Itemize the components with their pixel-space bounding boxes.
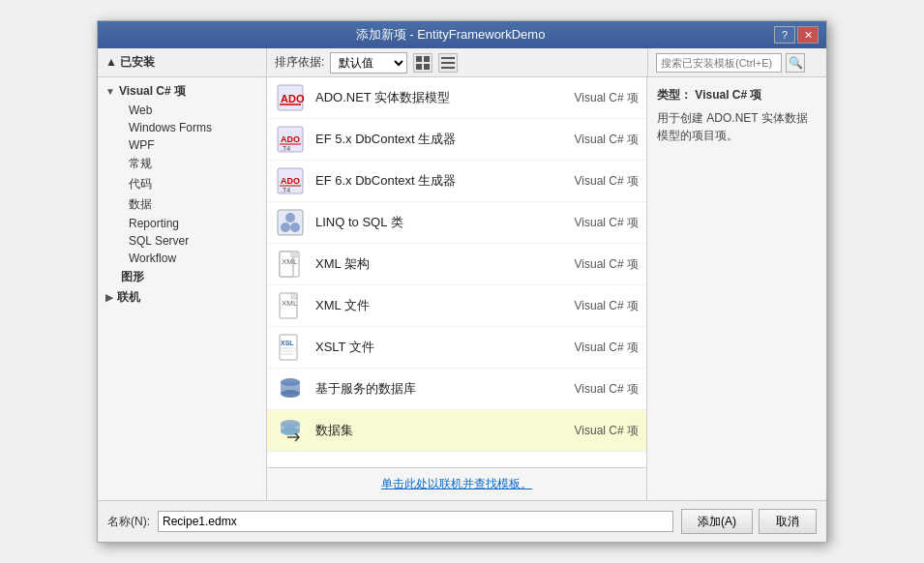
title-bar: 添加新项 - EntityFrameworkDemo ? ✕	[98, 21, 826, 48]
ef6-icon: ADO .T4	[275, 165, 306, 196]
expand-arrow: ▼	[105, 86, 115, 97]
svg-point-18	[290, 222, 300, 232]
add-new-item-dialog: 添加新项 - EntityFrameworkDemo ? ✕ ▲ 已安装 排序依…	[97, 20, 827, 543]
svg-rect-2	[416, 64, 422, 70]
xml-schema-icon: XML	[275, 249, 306, 280]
svg-point-33	[281, 390, 300, 398]
tree-item-web[interactable]: Web	[98, 102, 266, 119]
svg-text:ADO: ADO	[281, 176, 300, 186]
item-name: XML 文件	[315, 297, 551, 314]
tree-item-reporting[interactable]: Reporting	[98, 215, 266, 232]
svg-rect-4	[441, 57, 455, 59]
list-item[interactable]: LINQ to SQL 类 Visual C# 项	[267, 202, 646, 244]
item-name: 基于服务的数据库	[315, 380, 551, 398]
type-value: Visual C# 项	[695, 88, 761, 102]
linq-icon	[275, 207, 306, 238]
tree-item-common[interactable]: 常规	[98, 154, 266, 174]
dataset-icon	[275, 415, 306, 446]
search-button[interactable]: 🔍	[786, 53, 805, 73]
list-item[interactable]: ADO ADO.NET 实体数据模型 Visual C# 项	[267, 77, 646, 119]
item-name: ADO.NET 实体数据模型	[315, 89, 551, 106]
svg-rect-1	[424, 56, 430, 62]
svg-rect-6	[441, 67, 455, 69]
sort-select[interactable]: 默认值 名称 类型	[330, 52, 407, 74]
online-link-area: 单击此处以联机并查找模板。	[267, 467, 646, 500]
ado-icon: ADO	[275, 82, 306, 113]
item-name: 数据集	[315, 422, 551, 439]
online-templates-link[interactable]: 单击此处以联机并查找模板。	[381, 477, 532, 490]
installed-header: ▲ 已安装	[98, 48, 267, 76]
add-button[interactable]: 添加(A)	[681, 509, 753, 534]
svg-rect-5	[441, 62, 455, 64]
svg-rect-25	[291, 293, 297, 299]
name-label: 名称(N):	[107, 514, 150, 530]
list-item[interactable]: XML XML 文件 Visual C# 项	[267, 285, 646, 327]
type-prefix: 类型：	[657, 88, 692, 102]
item-name: EF 6.x DbContext 生成器	[315, 172, 551, 190]
title-bar-controls: ? ✕	[774, 26, 819, 44]
svg-rect-22	[291, 252, 297, 257]
center-panel: ADO ADO.NET 实体数据模型 Visual C# 项 ADO	[267, 77, 647, 500]
tree-item-code[interactable]: 代码	[98, 174, 266, 194]
item-category: Visual C# 项	[561, 381, 639, 398]
svg-point-17	[281, 222, 290, 232]
svg-text:XSL: XSL	[281, 340, 294, 346]
cancel-button[interactable]: 取消	[759, 509, 817, 534]
svg-point-36	[281, 428, 300, 435]
svg-text:ADO: ADO	[281, 93, 305, 104]
panels-header: ▲ 已安装 排序依据: 默认值 名称 类型	[98, 48, 826, 77]
tree-item-windows-forms[interactable]: Windows Forms	[98, 119, 266, 136]
item-name: XSLT 文件	[315, 339, 551, 356]
list-item[interactable]: ADO .T4 EF 6.x DbContext 生成器 Visual C# 项	[267, 161, 646, 202]
svg-text:.T4: .T4	[281, 187, 290, 193]
close-button[interactable]: ✕	[797, 26, 819, 44]
search-input[interactable]	[656, 53, 782, 73]
item-name: EF 5.x DbContext 生成器	[315, 131, 551, 148]
svg-text:.T4: .T4	[281, 145, 290, 152]
name-input[interactable]	[158, 511, 673, 532]
tree-item-workflow[interactable]: Workflow	[98, 250, 266, 267]
tree-item-sql-server[interactable]: SQL Server	[98, 232, 266, 250]
dialog-body: ▼ Visual C# 项 Web Windows Forms WPF 常规 代…	[98, 77, 826, 500]
tree-visual-csharp[interactable]: ▼ Visual C# 项	[98, 81, 266, 102]
svg-text:XML: XML	[282, 257, 298, 266]
tree-item-data[interactable]: 数据	[98, 194, 266, 215]
svg-rect-3	[424, 64, 430, 70]
item-category: Visual C# 项	[561, 173, 639, 190]
item-name: LINQ to SQL 类	[315, 214, 551, 231]
xslt-icon: XSL	[275, 332, 306, 363]
item-category: Visual C# 项	[561, 423, 639, 439]
sort-label: 排序依据:	[275, 54, 324, 71]
help-button[interactable]: ?	[774, 26, 795, 44]
action-buttons: 添加(A) 取消	[681, 509, 817, 534]
svg-rect-26	[280, 335, 297, 360]
list-item[interactable]: XML XML 架构 Visual C# 项	[267, 244, 646, 285]
grid-view-button[interactable]	[413, 53, 432, 73]
tree-online[interactable]: ▶ 联机	[98, 287, 266, 308]
tree-graphics[interactable]: 图形	[98, 267, 266, 287]
tree-label-online: 联机	[117, 289, 140, 306]
installed-label: ▲ 已安装	[105, 54, 155, 71]
list-item-dataset[interactable]: 数据集 Visual C# 项	[267, 410, 646, 452]
svg-rect-0	[416, 56, 422, 62]
list-item[interactable]: ADO .T4 EF 5.x DbContext 生成器 Visual C# 项	[267, 119, 646, 161]
item-category: Visual C# 项	[561, 298, 639, 314]
list-item[interactable]: XSL XSLT 文件 Visual C# 项	[267, 327, 646, 369]
item-category: Visual C# 项	[561, 132, 639, 148]
item-category: Visual C# 项	[561, 256, 639, 273]
service-db-icon	[275, 373, 306, 404]
tree-label-visual-csharp: Visual C# 项	[119, 83, 186, 100]
item-list: ADO ADO.NET 实体数据模型 Visual C# 项 ADO	[267, 77, 646, 467]
tree-label-graphics: 图形	[121, 269, 144, 285]
expand-arrow-online: ▶	[105, 292, 113, 303]
bottom-bar: 名称(N): 添加(A) 取消	[98, 500, 826, 542]
item-category: Visual C# 项	[561, 215, 639, 231]
description: 用于创建 ADO.NET 实体数据模型的项目项。	[657, 109, 817, 144]
type-label: 类型： Visual C# 项	[657, 87, 817, 104]
xml-file-icon: XML	[275, 290, 306, 321]
tree-item-wpf[interactable]: WPF	[98, 136, 266, 154]
left-panel: ▼ Visual C# 项 Web Windows Forms WPF 常规 代…	[98, 77, 267, 500]
list-item[interactable]: 基于服务的数据库 Visual C# 项	[267, 369, 646, 410]
list-view-button[interactable]	[438, 53, 458, 73]
svg-point-16	[285, 213, 295, 222]
